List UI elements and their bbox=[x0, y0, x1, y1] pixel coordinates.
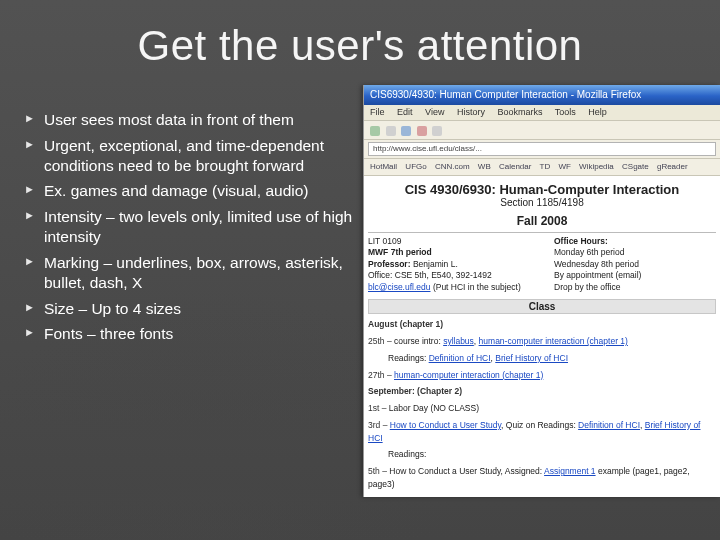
oh-time2: Wednesday 8th period bbox=[554, 259, 716, 270]
info-left: LIT 0109 MWF 7th period Professor: Benja… bbox=[368, 236, 548, 293]
oh-note: By appointment (email) bbox=[554, 270, 716, 281]
page-term: Fall 2008 bbox=[368, 214, 716, 228]
menu-item: History bbox=[457, 107, 485, 117]
email-link: blc@cise.ufl.edu bbox=[368, 282, 431, 292]
office: Office: CSE 5th, E540, 392-1492 bbox=[368, 270, 548, 281]
bookmark-link: Calendar bbox=[499, 162, 531, 171]
oh-time: Monday 6th period bbox=[554, 247, 716, 258]
prof-name: Benjamin L. bbox=[413, 259, 458, 269]
schedule-list: August (chapter 1) 25th – course intro: … bbox=[368, 318, 716, 497]
bullet-item: Urgent, exceptional, and time-dependent … bbox=[22, 136, 354, 182]
bookmark-link: CNN.com bbox=[435, 162, 470, 171]
time-label: MWF 7th period bbox=[368, 247, 432, 257]
menu-item: File bbox=[370, 107, 385, 117]
info-columns: LIT 0109 MWF 7th period Professor: Benja… bbox=[368, 236, 716, 293]
schedule-row: September: (Chapter 2) bbox=[368, 385, 716, 398]
email-note: (Put HCI in the subject) bbox=[433, 282, 521, 292]
url-bar: http://www.cise.ufl.edu/class/... bbox=[364, 140, 720, 159]
slide-title: Get the user's attention bbox=[0, 22, 720, 70]
embedded-screenshot: CIS6930/4930: Human Computer Interaction… bbox=[363, 85, 720, 497]
schedule-row: August (chapter 1) bbox=[368, 318, 716, 331]
bullet-item: Ex. games and damage (visual, audio) bbox=[22, 181, 354, 207]
prof-label: Professor: bbox=[368, 259, 411, 269]
bookmark-link: gReader bbox=[657, 162, 688, 171]
bookmark-link: Wikipedia bbox=[579, 162, 614, 171]
url-field: http://www.cise.ufl.edu/class/... bbox=[368, 142, 716, 156]
bookmark-link: CSgate bbox=[622, 162, 649, 171]
schedule-row: 25th – course intro: syllabus, human-com… bbox=[368, 335, 716, 348]
bullet-list: User sees most data in front of them Urg… bbox=[22, 110, 354, 350]
schedule-row: Readings: bbox=[368, 448, 716, 461]
bullet-list-region: User sees most data in front of them Urg… bbox=[22, 110, 354, 350]
bookmark-link: WF bbox=[558, 162, 570, 171]
schedule-row: Readings: Definition of HCI, Brief Histo… bbox=[368, 352, 716, 365]
bookmark-link: TD bbox=[540, 162, 551, 171]
divider bbox=[368, 232, 716, 233]
schedule-row: 27th – human-computer interaction (chapt… bbox=[368, 369, 716, 382]
bookmark-link: WB bbox=[478, 162, 491, 171]
menu-item: Bookmarks bbox=[497, 107, 542, 117]
bullet-item: Size – Up to 4 sizes bbox=[22, 299, 354, 325]
bookmarks-toolbar: HotMail UFGo CNN.com WB Calendar TD WF W… bbox=[364, 159, 720, 176]
schedule-row: 8th – How to Conduct a User Study, Readi… bbox=[368, 495, 716, 497]
bookmark-link: UFGo bbox=[405, 162, 426, 171]
browser-menubar: File Edit View History Bookmarks Tools H… bbox=[364, 105, 720, 121]
menu-item: Tools bbox=[555, 107, 576, 117]
window-titlebar: CIS6930/4930: Human Computer Interaction… bbox=[364, 85, 720, 105]
slide: Get the user's attention User sees most … bbox=[0, 0, 720, 540]
schedule-row: 1st – Labor Day (NO CLASS) bbox=[368, 402, 716, 415]
bullet-item: Fonts – three fonts bbox=[22, 324, 354, 350]
office-hours-label: Office Hours: bbox=[554, 236, 716, 247]
room: LIT 0109 bbox=[368, 236, 548, 247]
home-icon bbox=[432, 126, 442, 136]
page-title: CIS 4930/6930: Human-Computer Interactio… bbox=[368, 182, 716, 197]
menu-item: Help bbox=[588, 107, 607, 117]
bullet-item: Marking – underlines, box, arrows, aster… bbox=[22, 253, 354, 299]
reload-icon bbox=[401, 126, 411, 136]
nav-toolbar bbox=[364, 121, 720, 140]
bullet-item: User sees most data in front of them bbox=[22, 110, 354, 136]
stop-icon bbox=[417, 126, 427, 136]
page-section: Section 1185/4198 bbox=[368, 197, 716, 208]
menu-item: Edit bbox=[397, 107, 413, 117]
class-header: Class bbox=[368, 299, 716, 314]
page-body: CIS 4930/6930: Human-Computer Interactio… bbox=[364, 176, 720, 497]
menu-item: View bbox=[425, 107, 444, 117]
forward-icon bbox=[386, 126, 396, 136]
info-right: Office Hours: Monday 6th period Wednesda… bbox=[554, 236, 716, 293]
schedule-row: 3rd – How to Conduct a User Study, Quiz … bbox=[368, 419, 716, 445]
oh-note2: Drop by the office bbox=[554, 282, 716, 293]
bullet-item: Intensity – two levels only, limited use… bbox=[22, 207, 354, 253]
bookmark-link: HotMail bbox=[370, 162, 397, 171]
back-icon bbox=[370, 126, 380, 136]
schedule-row: 5th – How to Conduct a User Study, Assig… bbox=[368, 465, 716, 491]
